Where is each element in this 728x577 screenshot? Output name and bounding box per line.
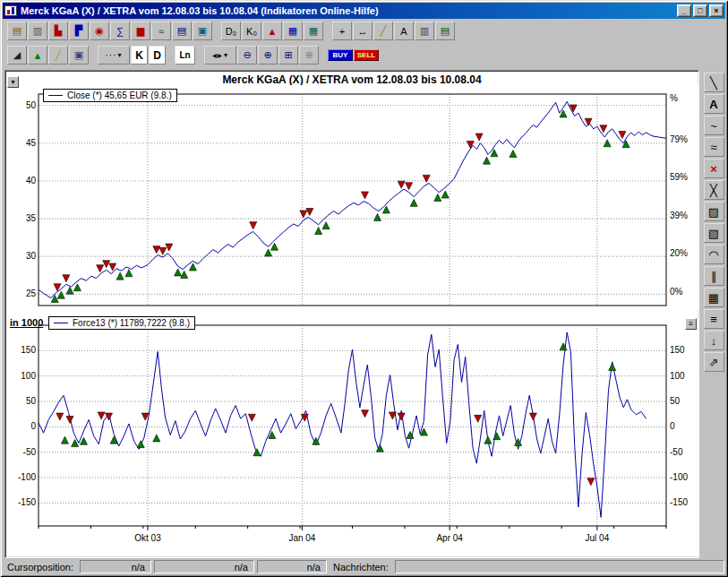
chart-toolbar: ◢▲╱▣···▾KDLn◂▸▾⊖⊕⊞⊕BUYSELL	[3, 43, 725, 67]
statistics-button[interactable]: ∑	[110, 22, 130, 40]
zoom-reset-icon: ⊕	[304, 49, 313, 61]
trendline-tool-button[interactable]: ╲	[704, 73, 724, 92]
notes-button[interactable]: ▤	[435, 22, 455, 40]
x-axis-label: Jul 04	[586, 533, 610, 543]
annotation-button[interactable]: A	[394, 22, 414, 40]
price-legend[interactable]: Close (*) 45,65 EUR (9.8.)	[43, 89, 177, 102]
indicator-button[interactable]: ◉	[90, 22, 109, 40]
chart-compare-button[interactable]: ▛	[69, 22, 89, 40]
copy-button[interactable]: ▥	[28, 22, 47, 40]
daily-label: D	[153, 49, 161, 62]
report-button[interactable]: ▤	[172, 22, 192, 40]
hatch-tool-button[interactable]: ▧	[704, 223, 724, 243]
trend-arrow-tool-button[interactable]: ⇗	[704, 352, 724, 372]
parallel-lines-tool-button[interactable]: ∥	[704, 266, 724, 286]
line-style-button[interactable]: ···▾	[98, 46, 130, 65]
arrow-down-icon: ↓	[711, 334, 717, 348]
main-toolbar: ▤▥▙▛◉∑▆≈▤▣D₀K₀▲▦▦+↔╱A▥▤	[3, 20, 725, 42]
template-button[interactable]: ▣	[69, 46, 89, 65]
cross-tool-button[interactable]: ╳	[704, 180, 724, 200]
chart-switch-button[interactable]: ▙	[48, 22, 68, 40]
pane-collapse-button[interactable]: ▾	[7, 76, 19, 88]
grid-overlay-button[interactable]: ▦	[283, 22, 303, 40]
text-page-icon: A	[400, 26, 407, 37]
hatch-steep-tool-button[interactable]: ▨	[704, 202, 724, 221]
buy-sell-signals-button[interactable]: ▲	[28, 46, 47, 65]
dropdown-arrow-icon: ▾	[117, 51, 122, 59]
toolbar-separator	[213, 22, 220, 40]
zoom-reset-button[interactable]: ⊕	[299, 46, 319, 65]
signal-overlay-button[interactable]: ▲	[262, 22, 282, 40]
mountain-chart-button[interactable]: ◢	[7, 46, 27, 65]
fan-arcs-icon: ◠	[708, 248, 718, 262]
window-controls: _□×	[677, 4, 724, 17]
fan-tool-button[interactable]: ◠	[704, 245, 724, 264]
zoom-out-button[interactable]: ⊖	[237, 46, 257, 65]
screen-button[interactable]: ▣	[193, 22, 212, 40]
mountain-chart-icon: ◢	[13, 49, 21, 61]
log-scale-button[interactable]: Ln	[175, 46, 195, 65]
toolbar-separator	[90, 46, 97, 65]
force-chart[interactable]: -150-100-50050100150-150-100-50050100150…	[6, 320, 698, 556]
right-axis-label: 20%	[670, 248, 688, 258]
zoom-in-button[interactable]: ⊕	[258, 46, 278, 65]
price-legend-text: Close (*) 45,65 EUR (9.8.)	[67, 90, 172, 100]
d-period-button[interactable]: D₀	[221, 22, 241, 40]
histogram-button[interactable]: ▆	[131, 22, 150, 40]
pan-button[interactable]: ◂▸▾	[204, 46, 236, 65]
sell-marker-button[interactable]: SELL	[354, 49, 379, 61]
arrow-down-tool-button[interactable]: ↓	[704, 331, 724, 350]
draw-line-button[interactable]: ╱	[373, 22, 393, 40]
close-button[interactable]: ×	[709, 4, 724, 17]
right-axis-label: 59%	[670, 172, 688, 182]
d-period-icon: D₀	[226, 26, 237, 37]
line-chart-button[interactable]: ≈	[151, 22, 171, 40]
force-legend-text: Force13 (*) 11789,7222 (9.8.)	[73, 318, 190, 328]
delete-tool-button[interactable]: ×	[704, 159, 724, 178]
price-chart[interactable]: 2530354045500%20%39%59%79%%	[6, 85, 698, 309]
maximize-button[interactable]: □	[693, 4, 707, 17]
hatch-icon: ▧	[708, 227, 719, 240]
screen-icon: ▣	[198, 25, 207, 37]
minimize-button[interactable]: _	[677, 4, 691, 17]
app-icon[interactable]	[4, 5, 17, 16]
line-style-dots-icon: ···	[105, 50, 116, 60]
y-axis-label: 25	[26, 288, 37, 298]
text-tool-button[interactable]: A	[704, 94, 724, 114]
open-icon: ▤	[13, 25, 21, 37]
zoom-region-button[interactable]: ⊞	[278, 46, 298, 65]
toolbar-separator	[196, 46, 203, 65]
grid-lines-icon: ▦	[708, 291, 719, 305]
buy-marker-button[interactable]: BUY	[328, 49, 353, 61]
move-chart-button[interactable]: ↔	[353, 22, 373, 40]
daily-button[interactable]: D	[149, 46, 166, 65]
grid-tool-button[interactable]: ▦	[704, 288, 724, 307]
k-period-button[interactable]: K₀	[242, 22, 261, 40]
table-button[interactable]: ▦	[304, 22, 323, 40]
toolbar-separator	[324, 22, 331, 40]
force-legend[interactable]: Force13 (*) 11789,7222 (9.8.)	[48, 316, 195, 330]
status-bar: Cursorposition: n/a n/a n/a Nachrichten:	[3, 559, 725, 574]
grid-overlay-icon: ▦	[288, 25, 297, 37]
text-tool-icon: A	[709, 98, 717, 111]
force-pane-menu-button[interactable]: ≡	[685, 318, 697, 330]
freehand-tool-button[interactable]: ~	[704, 116, 724, 135]
draw-tools-button[interactable]: ╱	[48, 46, 68, 65]
template-icon: ▣	[74, 49, 83, 61]
app-window: Merck KGaA (X) / XETRA vom 12.08.03 bis …	[0, 0, 728, 577]
right-axis-label: -150	[670, 497, 688, 507]
zoom-out-icon: ⊖	[243, 49, 251, 61]
trendline-icon: ╲	[710, 76, 717, 90]
right-axis-label: 0	[670, 421, 675, 431]
data-sheet-button[interactable]: ▥	[415, 22, 434, 40]
delete-x-icon: ×	[710, 162, 717, 176]
open-button[interactable]: ▤	[7, 22, 27, 40]
candlestick-button[interactable]: K	[131, 46, 148, 65]
maximize-icon: □	[698, 6, 702, 15]
data-sheet-icon: ▥	[420, 25, 429, 37]
title-bar[interactable]: Merck KGaA (X) / XETRA vom 12.08.03 bis …	[3, 3, 725, 19]
crosshair-button[interactable]: +	[332, 22, 352, 40]
levels-tool-button[interactable]: ≡	[704, 309, 724, 329]
wave-tool-button[interactable]: ≈	[704, 137, 724, 157]
horizontal-lines-icon: ≡	[710, 313, 717, 326]
